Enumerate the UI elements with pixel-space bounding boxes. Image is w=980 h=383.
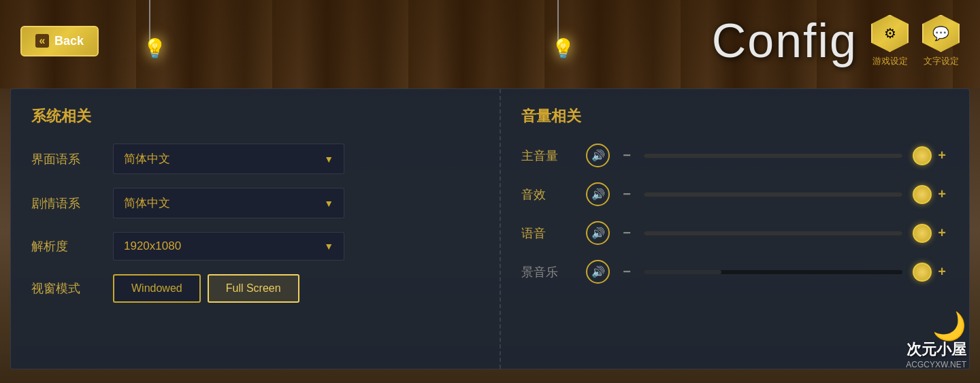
master-volume-knob[interactable] (913, 146, 932, 165)
interface-language-arrow-icon: ▼ (324, 154, 333, 165)
sfx-volume-minus-button[interactable]: − (620, 186, 634, 202)
system-section-title: 系统相关 (31, 106, 479, 127)
interface-language-row: 界面语系 简体中文 ▼ (31, 144, 479, 174)
window-mode-buttons: Windowed Full Screen (113, 274, 299, 303)
fullscreen-button[interactable]: Full Screen (208, 274, 299, 303)
interface-language-select[interactable]: 简体中文 ▼ (113, 144, 344, 174)
master-volume-slider[interactable] (644, 154, 902, 158)
voice-volume-minus-button[interactable]: − (620, 225, 634, 241)
voice-volume-plus-container: + (913, 224, 949, 243)
main-content: 系统相关 界面语系 简体中文 ▼ 剧情语系 简体中文 ▼ (10, 88, 970, 369)
right-panel: 音量相关 主音量 🔊 − + 音效 🔊 − (501, 89, 969, 369)
windowed-button[interactable]: Windowed (113, 274, 201, 303)
bgm-volume-row: 景音乐 🔊 − + (521, 260, 949, 284)
audio-section-title: 音量相关 (521, 106, 949, 127)
voice-volume-slider[interactable] (644, 231, 902, 235)
master-volume-plus-container: + (913, 146, 949, 165)
game-settings-icon[interactable]: ⚙ (871, 15, 909, 52)
voice-volume-plus-button[interactable]: + (935, 225, 949, 241)
text-settings-icon[interactable]: 💬 (922, 15, 960, 52)
voice-volume-knob[interactable] (913, 224, 932, 243)
master-volume-plus-button[interactable]: + (935, 148, 949, 163)
sfx-volume-row: 音效 🔊 − + (521, 182, 949, 206)
interface-language-value: 简体中文 (124, 151, 170, 167)
story-language-value: 简体中文 (124, 195, 170, 211)
game-settings-label: 游戏设定 (872, 55, 908, 67)
sfx-volume-slider[interactable] (644, 193, 902, 197)
story-language-arrow-icon: ▼ (324, 198, 333, 209)
watermark: 🌙 次元小屋 ACGCYXW.NET (906, 312, 966, 369)
title-area: Config ⚙ 游戏设定 💬 文字设定 (712, 14, 960, 68)
resolution-row: 解析度 1920x1080 ▼ (31, 232, 479, 261)
master-volume-speaker-icon[interactable]: 🔊 (586, 144, 610, 167)
story-language-select[interactable]: 简体中文 ▼ (113, 188, 344, 218)
sfx-volume-plus-container: + (913, 185, 949, 204)
back-button[interactable]: Back (20, 26, 99, 56)
header: Back Config ⚙ 游戏设定 💬 文字设定 (0, 0, 980, 82)
master-volume-minus-button[interactable]: − (620, 148, 634, 163)
master-volume-label: 主音量 (521, 148, 576, 164)
resolution-select[interactable]: 1920x1080 ▼ (113, 232, 344, 261)
sfx-volume-speaker-icon[interactable]: 🔊 (586, 182, 610, 206)
story-language-row: 剧情语系 简体中文 ▼ (31, 188, 479, 218)
watermark-moon-icon: 🌙 (906, 312, 966, 339)
text-settings-tab[interactable]: 💬 文字设定 (922, 15, 960, 67)
bgm-volume-plus-container: + (913, 263, 949, 282)
resolution-value: 1920x1080 (124, 239, 181, 253)
sfx-volume-knob[interactable] (913, 185, 932, 204)
bgm-volume-minus-button[interactable]: − (620, 264, 634, 280)
master-volume-fill (644, 154, 902, 158)
settings-grid: 界面语系 简体中文 ▼ 剧情语系 简体中文 ▼ (31, 144, 479, 303)
story-language-label: 剧情语系 (31, 195, 99, 212)
sfx-volume-plus-button[interactable]: + (935, 186, 949, 202)
bgm-volume-plus-button[interactable]: + (935, 264, 949, 280)
watermark-title: 次元小屋 (906, 339, 966, 360)
bgm-volume-slider[interactable] (644, 270, 902, 274)
window-mode-row: 视窗模式 Windowed Full Screen (31, 274, 479, 303)
audio-settings: 主音量 🔊 − + 音效 🔊 − (521, 144, 949, 284)
back-label: Back (54, 34, 84, 48)
bgm-volume-fill (644, 270, 721, 274)
left-panel: 系统相关 界面语系 简体中文 ▼ 剧情语系 简体中文 ▼ (11, 89, 501, 369)
back-chevron-icon (35, 34, 49, 48)
page-title: Config (712, 14, 858, 68)
resolution-label: 解析度 (31, 238, 99, 254)
sfx-volume-label: 音效 (521, 186, 576, 203)
voice-volume-label: 语音 (521, 225, 576, 242)
window-mode-label: 视窗模式 (31, 280, 99, 297)
watermark-url: ACGCYXW.NET (906, 360, 966, 369)
voice-volume-fill (644, 231, 902, 235)
voice-volume-row: 语音 🔊 − + (521, 221, 949, 245)
bgm-volume-speaker-icon[interactable]: 🔊 (586, 260, 610, 284)
voice-volume-speaker-icon[interactable]: 🔊 (586, 221, 610, 245)
text-settings-label: 文字设定 (924, 55, 959, 67)
master-volume-row: 主音量 🔊 − + (521, 144, 949, 167)
resolution-arrow-icon: ▼ (324, 241, 333, 252)
interface-language-label: 界面语系 (31, 151, 99, 167)
bgm-volume-label: 景音乐 (521, 264, 576, 280)
bgm-volume-knob[interactable] (913, 263, 932, 282)
game-settings-tab[interactable]: ⚙ 游戏设定 (871, 15, 909, 67)
sfx-volume-fill (644, 193, 902, 197)
